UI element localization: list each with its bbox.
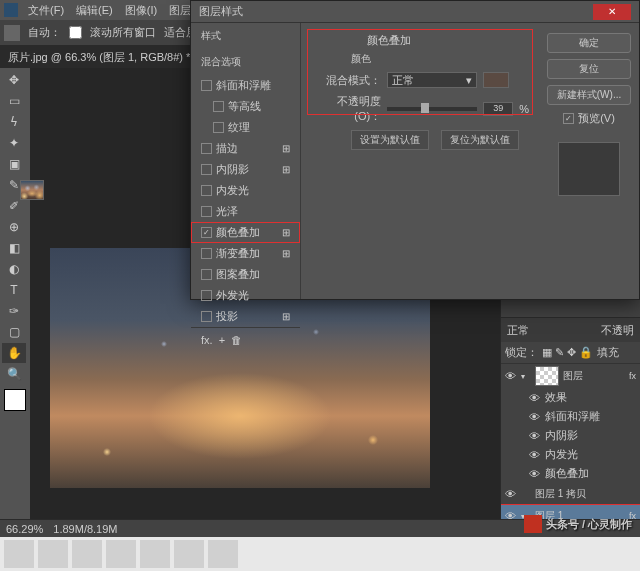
move-tool[interactable]: ✥: [2, 70, 26, 90]
plus-icon[interactable]: ⊞: [282, 143, 290, 154]
shape-tool[interactable]: ▢: [2, 322, 26, 342]
text-tool[interactable]: T: [2, 280, 26, 300]
marquee-tool[interactable]: ▭: [2, 91, 26, 111]
blend-options[interactable]: 混合选项: [191, 49, 300, 75]
style-row-等高线[interactable]: 等高线: [191, 96, 300, 117]
add-icon[interactable]: +: [219, 334, 225, 346]
eye-icon[interactable]: 👁: [529, 468, 541, 480]
style-list: 样式 混合选项 斜面和浮雕等高线纹理描边⊞内阴影⊞内发光光泽✓颜色叠加⊞渐变叠加…: [191, 23, 301, 299]
eye-icon[interactable]: 👁: [529, 411, 541, 423]
layer-effect[interactable]: 👁效果: [501, 388, 640, 407]
gradient-tool[interactable]: ◐: [2, 259, 26, 279]
style-foot: fx. + 🗑: [191, 327, 300, 352]
style-cb[interactable]: [213, 122, 224, 133]
style-row-内阴影[interactable]: 内阴影⊞: [191, 159, 300, 180]
fx-icon[interactable]: fx.: [201, 334, 213, 346]
expand-icon[interactable]: ▾: [521, 372, 531, 381]
opacity-label: 不透明: [601, 323, 634, 338]
layer-thumb: [535, 366, 559, 386]
eye-icon[interactable]: 👁: [505, 370, 517, 382]
styles-header[interactable]: 样式: [191, 23, 300, 49]
layer-row[interactable]: 👁图层 1 拷贝: [501, 483, 640, 505]
zoom-tool[interactable]: 🔍: [2, 364, 26, 384]
reset-default-button[interactable]: 复位为默认值: [441, 130, 519, 150]
style-row-渐变叠加[interactable]: 渐变叠加⊞: [191, 243, 300, 264]
plus-icon[interactable]: ⊞: [282, 248, 290, 259]
menu-image[interactable]: 图像(I): [123, 3, 159, 18]
plus-icon[interactable]: ⊞: [282, 311, 290, 322]
set-default-button[interactable]: 设置为默认值: [351, 130, 429, 150]
style-row-光泽[interactable]: 光泽: [191, 201, 300, 222]
eye-icon[interactable]: 👁: [529, 430, 541, 442]
style-cb[interactable]: ✓: [201, 227, 212, 238]
style-cb[interactable]: [201, 206, 212, 217]
plus-icon[interactable]: ⊞: [282, 164, 290, 175]
style-row-图案叠加[interactable]: 图案叠加: [191, 264, 300, 285]
taskbar-item[interactable]: [38, 540, 68, 568]
taskbar-item[interactable]: [106, 540, 136, 568]
opacity-slider[interactable]: [387, 107, 477, 111]
docsize: 1.89M/8.19M: [53, 523, 117, 535]
preview-cb[interactable]: ✓: [563, 113, 574, 124]
eye-icon[interactable]: 👁: [529, 449, 541, 461]
style-cb[interactable]: [201, 143, 212, 154]
taskbar-item[interactable]: [4, 540, 34, 568]
blend-mode[interactable]: 正常: [507, 323, 529, 338]
tool-preset-icon[interactable]: [4, 25, 20, 41]
crop-tool[interactable]: ▣: [2, 154, 26, 174]
eraser-tool[interactable]: ◧: [2, 238, 26, 258]
style-cb[interactable]: [201, 185, 212, 196]
path-tool[interactable]: ✑: [2, 301, 26, 321]
layer-effect[interactable]: 👁内阴影: [501, 426, 640, 445]
watermark: 头条号 / 心灵制作: [524, 514, 632, 533]
style-label: 外发光: [216, 288, 249, 303]
taskbar-item[interactable]: [208, 540, 238, 568]
style-label: 描边: [216, 141, 238, 156]
style-row-纹理[interactable]: 纹理: [191, 117, 300, 138]
style-cb[interactable]: [201, 269, 212, 280]
style-cb[interactable]: [201, 311, 212, 322]
eye-icon[interactable]: 👁: [529, 392, 541, 404]
ps-icon: [4, 3, 18, 17]
style-cb[interactable]: [201, 80, 212, 91]
wand-tool[interactable]: ✦: [2, 133, 26, 153]
style-row-描边[interactable]: 描边⊞: [191, 138, 300, 159]
eye-icon[interactable]: 👁: [505, 488, 517, 500]
dialog-titlebar[interactable]: 图层样式 ✕: [191, 1, 639, 23]
style-row-投影[interactable]: 投影⊞: [191, 306, 300, 327]
taskbar-item[interactable]: [72, 540, 102, 568]
color-swatch[interactable]: [4, 389, 26, 411]
hand-tool[interactable]: ✋: [2, 343, 26, 363]
style-row-斜面和浮雕[interactable]: 斜面和浮雕: [191, 75, 300, 96]
lasso-tool[interactable]: ϟ: [2, 112, 26, 132]
taskbar-item[interactable]: [174, 540, 204, 568]
effect-name: 效果: [545, 390, 567, 405]
layer-effect[interactable]: 👁内发光: [501, 445, 640, 464]
style-label: 渐变叠加: [216, 246, 260, 261]
stamp-tool[interactable]: ⊕: [2, 217, 26, 237]
lock-icons[interactable]: ▦ ✎ ✥ 🔒: [542, 346, 593, 359]
plus-icon[interactable]: ⊞: [282, 227, 290, 238]
style-cb[interactable]: [201, 164, 212, 175]
trash-icon[interactable]: 🗑: [231, 334, 242, 346]
taskbar-item[interactable]: [140, 540, 170, 568]
reset-button[interactable]: 复位: [547, 59, 631, 79]
menu-file[interactable]: 文件(F): [26, 3, 66, 18]
style-cb[interactable]: [201, 290, 212, 301]
layer-effect[interactable]: 👁颜色叠加: [501, 464, 640, 483]
style-row-外发光[interactable]: 外发光: [191, 285, 300, 306]
ok-button[interactable]: 确定: [547, 33, 631, 53]
style-cb[interactable]: [213, 101, 224, 112]
style-row-内发光[interactable]: 内发光: [191, 180, 300, 201]
opt-scroll-cb[interactable]: [69, 26, 82, 39]
layer-effect[interactable]: 👁斜面和浮雕: [501, 407, 640, 426]
new-style-button[interactable]: 新建样式(W)...: [547, 85, 631, 105]
menu-edit[interactable]: 编辑(E): [74, 3, 115, 18]
eye-icon[interactable]: 👁: [505, 510, 517, 519]
close-icon[interactable]: ✕: [593, 4, 631, 20]
style-row-颜色叠加[interactable]: ✓颜色叠加⊞: [191, 222, 300, 243]
style-cb[interactable]: [201, 248, 212, 259]
layer-row[interactable]: 👁▾图层fx: [501, 364, 640, 388]
style-label: 内发光: [216, 183, 249, 198]
zoom-value[interactable]: 66.29%: [6, 523, 43, 535]
